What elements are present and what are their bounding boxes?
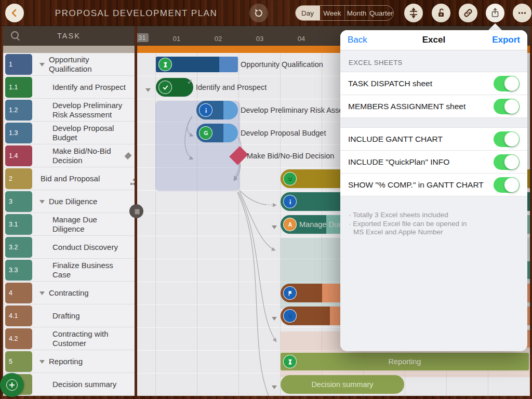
neutral-icon	[283, 309, 297, 323]
task-row[interactable]: 4.1Drafting	[3, 304, 135, 327]
smiley-icon	[283, 172, 297, 185]
gantt-bar[interactable]: G	[196, 124, 238, 142]
share-button[interactable]	[486, 4, 504, 22]
toolbar: PROPOSAL DEVELOPMENT PLAN DayWeekMonthQu…	[0, 0, 532, 26]
task-id-badge: 3.2	[5, 237, 32, 258]
toggle-row: TASK DISPATCH sheet	[340, 72, 527, 95]
toggle-label: INCLUDE "QuickPlan" INFO	[348, 157, 449, 167]
task-label: Drafting	[52, 311, 133, 321]
toggle-knob	[504, 155, 519, 169]
expander-triangle-icon[interactable]	[272, 225, 277, 229]
task-row[interactable]: 5Reporting	[3, 350, 135, 373]
task-row[interactable]: 3.1Manage Due Diligence	[3, 213, 135, 236]
view-mode-day[interactable]: Day	[296, 6, 320, 20]
chevron-left-icon	[9, 8, 20, 18]
task-label: Contracting with Customer	[52, 329, 133, 348]
expander-triangle-icon[interactable]	[39, 291, 45, 295]
task-id-badge: 2	[5, 168, 32, 189]
task-id-badge: 5	[5, 351, 32, 372]
undo-button[interactable]	[249, 4, 268, 22]
view-mode-quarter[interactable]: Quarter	[369, 6, 393, 20]
date-label: 04	[291, 35, 312, 43]
info-icon	[199, 103, 212, 117]
link-button[interactable]	[459, 4, 477, 22]
view-mode-week[interactable]: Week	[320, 6, 344, 20]
task-label: Opportunity Qualification	[49, 55, 133, 74]
bar-label: Make Bid/No-Bid Decision	[247, 144, 334, 167]
gantt-bar[interactable]	[156, 57, 238, 72]
toggle-label: INCLUDE GANTT CHART	[348, 135, 443, 144]
timescale-segmented-control: DayWeekMonthQuarter	[295, 5, 394, 21]
lock-button[interactable]	[432, 4, 450, 22]
task-row[interactable]: 3.3Finalize Business Case	[3, 259, 135, 282]
toggle-switch[interactable]	[494, 99, 520, 114]
note-line: · Exported Excel file can be opened in	[349, 220, 507, 229]
task-row[interactable]: 4.2Contracting with Customer	[3, 327, 135, 350]
export-button[interactable]: Export	[492, 35, 520, 45]
back-button[interactable]	[5, 4, 24, 22]
search-icon[interactable]	[10, 31, 21, 41]
expander-triangle-icon[interactable]	[39, 360, 45, 364]
task-id-badge: 1.1	[5, 77, 32, 98]
expander-triangle-icon[interactable]	[272, 385, 277, 389]
task-id-badge: 1	[5, 54, 32, 75]
task-id-badge: 4.2	[5, 328, 32, 349]
letter-a-icon: A	[283, 218, 297, 231]
expander-triangle-icon[interactable]	[145, 88, 151, 92]
adjust-button[interactable]	[404, 4, 423, 22]
task-row[interactable]: 4Contracting	[3, 282, 135, 304]
popover-arrow	[488, 23, 502, 31]
task-panel-header: TASK	[3, 26, 135, 46]
task-row[interactable]: 1Opportunity Qualification	[3, 53, 135, 76]
date-label: 03	[249, 35, 270, 43]
link-icon	[462, 7, 474, 19]
more-button[interactable]	[513, 4, 531, 22]
task-label: Bid and Proposal	[41, 174, 133, 183]
panel-resize-handle[interactable]	[129, 204, 143, 218]
toggle-knob	[504, 178, 519, 192]
share-icon	[489, 7, 501, 19]
expander-triangle-icon[interactable]	[39, 200, 45, 204]
ellipsis-icon	[516, 7, 528, 19]
toggle-switch[interactable]	[494, 76, 520, 91]
bar-label: Decision summary	[281, 375, 404, 394]
toggle-label: MEMBERS ASSIGNMENT sheet	[348, 102, 466, 111]
undo-icon	[254, 8, 264, 18]
task-id-badge: 4	[5, 283, 32, 303]
toggle-row: SHOW "% COMP." in GANTT CHART	[340, 174, 527, 196]
expander-triangle-icon[interactable]	[272, 317, 277, 321]
bar-label: Reporting	[281, 353, 529, 370]
svg-text:A: A	[288, 222, 292, 228]
bar-label: Opportunity Qualification	[241, 53, 323, 76]
task-row[interactable]: 3.2Conduct Discovery	[3, 236, 135, 259]
task-row[interactable]: 1.4Make Bid/No-Bid Decision	[3, 144, 135, 167]
toggle-row: MEMBERS ASSIGNMENT sheet	[340, 95, 527, 118]
toggle-row: INCLUDE GANTT CHART	[340, 128, 527, 151]
date-label: 31	[137, 33, 149, 42]
task-row[interactable]: 3Due Diligence	[3, 190, 135, 213]
note-line: · Totally 3 Excel sheets included	[349, 211, 507, 220]
view-mode-month[interactable]: Month	[345, 6, 369, 20]
task-id-badge: 1.4	[5, 145, 32, 166]
popover-header: Back Excel Export	[340, 30, 527, 50]
add-task-button[interactable]	[0, 373, 24, 397]
task-label: Contracting	[49, 288, 133, 298]
task-label: Make Bid/No-Bid Decision	[52, 147, 133, 165]
toggle-switch[interactable]	[494, 131, 520, 147]
task-row[interactable]: 1.2Develop Preliminary Risk Assessment	[3, 99, 135, 122]
toggle-knob	[504, 76, 519, 91]
task-panel-subheader-strip	[3, 46, 135, 53]
toggle-knob	[504, 132, 519, 147]
expander-triangle-icon[interactable]	[39, 63, 45, 66]
task-label: Develop Preliminary Risk Assessment	[52, 101, 133, 119]
task-label: Identify and Prospect	[52, 83, 133, 92]
task-row[interactable]: 1.3Develop Proposal Budget	[3, 122, 135, 144]
gantt-bar[interactable]	[196, 101, 238, 119]
task-id-badge: 3	[5, 191, 32, 212]
task-row[interactable]: 2Bid and Proposal	[3, 167, 135, 190]
task-row[interactable]: 1.1Identify and Prospect	[3, 76, 135, 99]
flag-icon	[283, 286, 297, 300]
toggle-switch[interactable]	[494, 154, 520, 170]
toggle-label: SHOW "% COMP." in GANTT CHART	[348, 180, 484, 190]
toggle-switch[interactable]	[494, 177, 520, 193]
